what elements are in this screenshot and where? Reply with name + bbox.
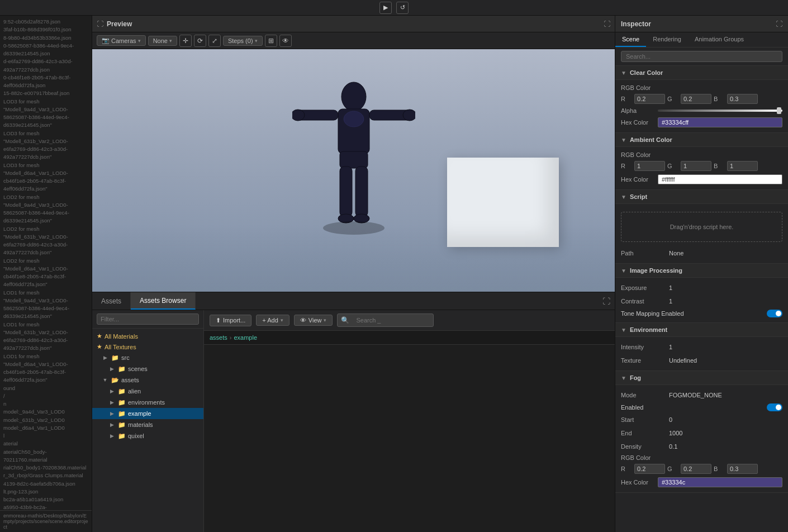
b-input-clear[interactable] [727, 94, 758, 104]
tab-scene[interactable]: Scene [615, 32, 646, 47]
search-bar: 🔍 [337, 314, 434, 327]
tree-item-quixel[interactable]: ▶ 📁 quixel [92, 430, 203, 441]
top-bar: ▶ ↺ [0, 0, 788, 16]
rotate-tool-button[interactable]: ⟳ [194, 35, 206, 47]
tab-assets[interactable]: Assets [92, 292, 131, 310]
g-input-clear[interactable] [681, 94, 711, 104]
collapse-icon-fog: ▼ [621, 375, 626, 381]
tree-item-alien[interactable]: ▶ 📁 alien [92, 386, 203, 397]
move-tool-button[interactable]: ✛ [179, 35, 192, 47]
hex-label-ambient: Hex Color [621, 176, 654, 183]
grid-button[interactable]: ⊞ [265, 35, 277, 47]
b-input-fog[interactable] [727, 464, 758, 474]
star-icon-materials: ★ [97, 332, 102, 340]
g-input-ambient[interactable] [681, 161, 711, 171]
view-chevron: ▾ [324, 317, 326, 323]
assets-search-input[interactable] [352, 315, 430, 325]
hex-input-fog[interactable] [658, 477, 782, 487]
expand-icon-quixel: ▶ [108, 432, 116, 440]
fog-enabled-knob [776, 405, 781, 410]
steps-button[interactable]: Steps (0) ▾ [223, 36, 263, 46]
folder-icon-environments: 📁 [118, 399, 126, 406]
tone-mapping-row: Tone Mapping Enabled [615, 308, 788, 319]
import-button[interactable]: ⬆ Import... [210, 315, 251, 326]
hex-label-clear: Hex Color [621, 119, 654, 126]
inspector-expand-icon[interactable]: ⛶ [776, 20, 782, 28]
eye-button[interactable]: 👁 [279, 35, 292, 47]
fog-enabled-label: Enabled [621, 404, 763, 411]
r-input-fog[interactable] [634, 464, 665, 474]
collapse-icon-script: ▼ [621, 194, 626, 200]
play-button[interactable]: ▶ [379, 2, 392, 14]
tab-assets-browser[interactable]: Assets Browser [131, 292, 196, 310]
log-line: 9:52-cb05d2af8278.json 3faf-b10b-868d396… [3, 18, 88, 510]
breadcrumb-assets[interactable]: assets [210, 334, 227, 341]
fog-start-row: Start 0 [615, 413, 788, 426]
r-input-clear[interactable] [634, 94, 665, 104]
tab-rendering[interactable]: Rendering [646, 32, 688, 47]
cameras-button[interactable]: 📷 Cameras ▾ [97, 35, 146, 46]
character-figure [292, 63, 415, 242]
preview-viewport [92, 49, 615, 292]
script-drop-area[interactable]: Drag'n'drop script here. [621, 212, 782, 242]
tree-item-scenes[interactable]: ▶ 📁 scenes [92, 363, 203, 374]
inspector-content: ▼ Clear Color RGB Color R G B Alpha [615, 66, 788, 532]
alpha-slider-clear[interactable] [658, 110, 782, 112]
g-input-fog[interactable] [681, 464, 711, 474]
rgb-row-fog: R G B [615, 462, 788, 476]
rgb-row-ambient: R G B [615, 159, 788, 173]
intensity-value: 1 [669, 344, 782, 350]
section-environment[interactable]: ▼ Environment [615, 323, 788, 337]
eye-icon: 👁 [300, 317, 306, 324]
hex-row-clear: Hex Color [615, 116, 788, 129]
tab-animation-groups[interactable]: Animation Groups [688, 32, 751, 47]
tree-item-materials[interactable]: ▶ 📁 materials [92, 419, 203, 430]
tree-item-src[interactable]: ▶ 📁 src [92, 352, 203, 363]
section-image-processing[interactable]: ▼ Image Processing [615, 264, 788, 278]
fog-enabled-row: Enabled [615, 402, 788, 413]
expand-icon-materials: ▶ [108, 421, 116, 429]
tone-mapping-toggle[interactable] [767, 310, 782, 317]
fog-density-row: Density 0.1 [615, 440, 788, 453]
breadcrumb-example[interactable]: example [234, 334, 257, 341]
view-button[interactable]: 👁 View ▾ [294, 315, 333, 326]
tree-item-environments[interactable]: ▶ 📁 environments [92, 397, 203, 408]
hex-input-clear[interactable] [658, 117, 782, 127]
section-fog[interactable]: ▼ Fog [615, 371, 788, 385]
section-script[interactable]: ▼ Script [615, 190, 788, 204]
expand-icon-left[interactable]: ⛶ [97, 20, 103, 28]
section-ambient-color[interactable]: ▼ Ambient Color [615, 133, 788, 147]
preview-expand-icon[interactable]: ⛶ [604, 20, 610, 28]
fog-rgb-label: RGB Color [615, 453, 788, 462]
section-clear-color-body: RGB Color R G B Alpha Hex Color [615, 80, 788, 133]
rgb-color-label-clear: RGB Color [615, 83, 788, 92]
tree-item-all-textures[interactable]: ★ All Textures [92, 341, 203, 352]
inspector-search-input[interactable] [621, 51, 782, 62]
add-button[interactable]: + Add ▾ [256, 315, 289, 326]
tree-item-all-materials[interactable]: ★ All Materials [92, 331, 203, 341]
b-input-ambient[interactable] [727, 161, 758, 171]
none-button[interactable]: None ▾ [148, 36, 177, 46]
folder-icon-example: 📁 [118, 410, 126, 417]
bottom-section: Assets Assets Browser ⛶ [92, 292, 615, 532]
section-clear-color[interactable]: ▼ Clear Color [615, 66, 788, 80]
intensity-label: Intensity [621, 344, 666, 350]
r-input-ambient[interactable] [634, 161, 665, 171]
r-label-ambient: R [621, 163, 632, 169]
scale-tool-button[interactable]: ⤢ [208, 35, 221, 47]
tree-item-example[interactable]: ▶ 📁 example [92, 408, 203, 419]
add-chevron: ▾ [281, 317, 283, 323]
svg-point-5 [292, 110, 305, 121]
folder-icon-assets: 📂 [111, 377, 119, 384]
left-panel-bottom: enmoreau-mathis/Desktop/Babylon/Empty/pr… [0, 510, 92, 532]
assets-filter-input[interactable] [97, 314, 199, 325]
fog-start-label: Start [621, 416, 666, 423]
fog-enabled-toggle[interactable] [767, 403, 782, 411]
reset-button[interactable]: ↺ [396, 2, 409, 14]
hex-input-ambient[interactable] [658, 174, 782, 184]
tree-item-assets[interactable]: ▼ 📂 assets [92, 374, 203, 386]
tone-mapping-knob [776, 311, 781, 316]
expand-icon-environments: ▶ [108, 398, 116, 406]
svg-rect-9 [355, 167, 368, 217]
bottom-expand-icon[interactable]: ⛶ [602, 297, 610, 306]
